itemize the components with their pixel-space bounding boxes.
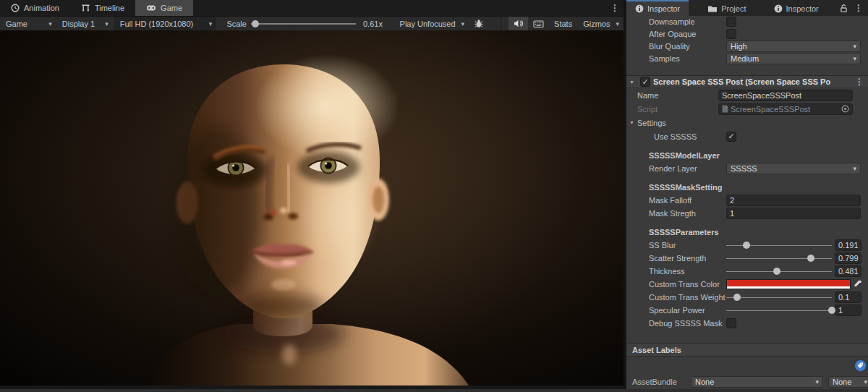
dropdown-value: Display 1 (62, 20, 95, 28)
stats-label: Stats (554, 20, 572, 28)
tab-label: Inspector (647, 4, 680, 13)
custom-trans-weight-value-field[interactable]: 0.1 (835, 291, 861, 303)
label-tag-button[interactable] (855, 360, 866, 374)
input-value: 1 (730, 209, 734, 218)
debug-sssss-mask-checkbox[interactable] (726, 318, 736, 328)
stats-button[interactable]: Stats (549, 17, 577, 31)
game-viewport (0, 30, 624, 385)
dropdown-value: Medium (731, 54, 759, 63)
scatter-strength-value-field[interactable]: 0.799 (835, 252, 861, 264)
component-header[interactable]: Screen Space SSS Post (Screen Space SSS … (626, 75, 868, 88)
mask-falloff-input[interactable]: 2 (726, 195, 861, 206)
window-bottom-edge (0, 389, 868, 392)
tab-project[interactable]: Project (699, 0, 754, 16)
settings-foldout-row[interactable]: Settings (626, 116, 868, 129)
custom-trans-weight-slider[interactable] (726, 291, 832, 303)
inspector-menu-icon[interactable] (853, 3, 864, 13)
inspector-tab-actions (840, 0, 868, 16)
dropdown-value: SSSSS (731, 164, 757, 173)
display-dropdown[interactable]: Display 1 (56, 17, 113, 31)
slider-handle[interactable] (743, 242, 750, 249)
property-row-after-opaque: After Opaque (626, 27, 868, 40)
component-menu-icon[interactable] (854, 77, 865, 87)
property-label: Custom Trans Color (649, 280, 726, 289)
gizmos-dropdown[interactable]: Gizmos (577, 17, 624, 31)
slider-handle[interactable] (828, 307, 835, 314)
input-value: 0.799 (838, 254, 859, 263)
input-value: 0.481 (838, 267, 859, 276)
section-header-row: SSSSSMaskSetting (626, 181, 868, 194)
unlock-icon[interactable] (840, 4, 848, 13)
property-label: SS Blur (649, 241, 726, 250)
property-row-custom-trans-color: Custom Trans Color (626, 278, 868, 291)
use-sssss-checkbox[interactable] (726, 132, 736, 142)
eyedropper-button[interactable] (852, 278, 864, 290)
dropdown-value: Gizmos (583, 20, 610, 28)
custom-trans-color-swatch[interactable] (726, 279, 851, 289)
thickness-value-field[interactable]: 0.481 (835, 265, 861, 277)
specular-power-slider[interactable] (726, 304, 832, 316)
clock-icon (11, 4, 20, 12)
resolution-dropdown[interactable]: Full HD (1920x1080) (114, 17, 217, 31)
slider-handle[interactable] (733, 294, 741, 301)
scatter-strength-slider[interactable] (726, 252, 832, 264)
property-row-ss-blur: SS Blur 0.191 (626, 239, 868, 252)
thickness-slider[interactable] (726, 265, 832, 277)
script-file-icon (722, 105, 728, 113)
foldout-arrow-icon[interactable] (629, 120, 637, 125)
script-object-field[interactable]: ScreenSpaceSSSPost (718, 103, 853, 115)
speaker-icon (514, 20, 523, 27)
pane-menu-icon[interactable] (609, 0, 621, 16)
downsample-checkbox[interactable] (726, 17, 736, 27)
assetbundle-dropdown[interactable]: None (691, 376, 823, 388)
debug-bug-button[interactable] (469, 17, 489, 31)
render-layer-dropdown[interactable]: SSSSS (726, 163, 861, 174)
ss-blur-value-field[interactable]: 0.191 (835, 239, 861, 251)
tab-animation[interactable]: Animation (0, 0, 70, 16)
folder-icon (707, 4, 718, 13)
asset-labels-header[interactable]: Asset Labels (626, 343, 868, 357)
slider-handle[interactable] (807, 255, 814, 262)
property-label: After Opaque (649, 30, 726, 38)
mask-stregth-input[interactable]: 1 (726, 208, 861, 219)
property-row-specular-power: Specular Power 1 (626, 304, 868, 317)
tab-inspector-2[interactable]: Inspector (765, 0, 827, 16)
eyedropper-icon (854, 280, 862, 289)
scale-slider[interactable] (251, 17, 356, 31)
component-enabled-checkbox[interactable] (640, 77, 650, 87)
tab-timeline[interactable]: Timeline (70, 0, 135, 16)
toolbar-separator (501, 17, 501, 31)
property-label: Downsample (649, 17, 726, 26)
property-row-samples: Samples Medium (626, 52, 868, 64)
property-label: Render Layer (649, 164, 726, 173)
property-row-mask-stregth: Mask Stregth 1 (626, 207, 868, 220)
assetbundle-variant-dropdown[interactable]: None (828, 376, 868, 388)
specular-power-value-field[interactable]: 1 (835, 304, 861, 316)
samples-dropdown[interactable]: Medium (726, 53, 861, 64)
play-focus-dropdown[interactable]: Play Unfocused (394, 17, 469, 31)
object-picker-icon[interactable] (841, 105, 849, 113)
blur-quality-dropdown[interactable]: High (726, 41, 861, 52)
tab-game[interactable]: Game (135, 0, 193, 16)
after-opaque-checkbox[interactable] (726, 29, 736, 39)
keyboard-shortcuts-button[interactable] (528, 17, 549, 31)
input-value: 0.191 (838, 241, 859, 250)
slider-handle[interactable] (773, 268, 780, 275)
property-label: Name (629, 91, 718, 100)
dropdown-value: High (731, 42, 747, 51)
foldout-arrow-icon[interactable] (629, 80, 637, 85)
mute-audio-button[interactable] (509, 17, 528, 31)
tab-inspector[interactable]: Inspector (626, 0, 689, 16)
ss-blur-slider[interactable] (726, 239, 832, 251)
game-mode-dropdown[interactable]: Game (0, 17, 56, 31)
input-value: 0.1 (838, 293, 849, 302)
property-label: Specular Power (649, 306, 726, 315)
name-input[interactable]: ScreenSpaceSSSPost (718, 90, 853, 101)
game-view-pane: Animation Timeline Game Game Display 1 F… (0, 0, 624, 392)
tab-label: Inspector (786, 4, 819, 13)
scale-slider-handle[interactable] (252, 20, 259, 27)
input-value: ScreenSpaceSSSPost (722, 91, 801, 100)
info-icon (635, 4, 644, 13)
scale-value: 0.61x (363, 20, 394, 28)
property-row-scatter-strength: Scatter Strength 0.799 (626, 252, 868, 265)
